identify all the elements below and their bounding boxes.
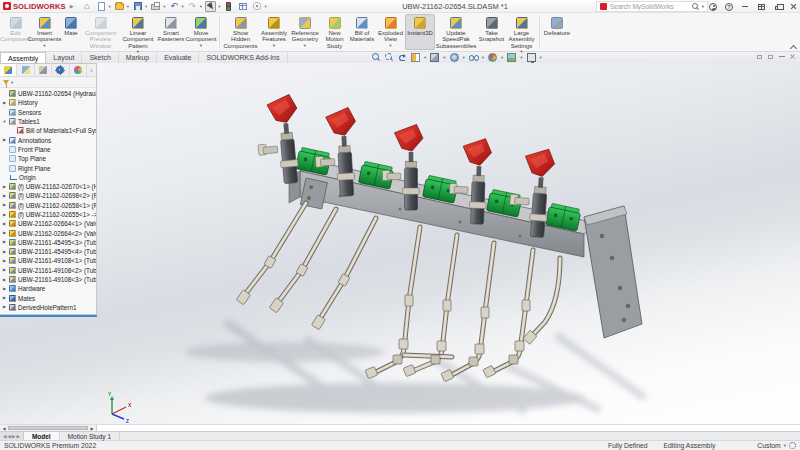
- search-caret-icon[interactable]: ▾: [702, 4, 704, 9]
- scroll-left-icon[interactable]: ◀: [0, 425, 8, 431]
- tree-expand-icon[interactable]: ▶: [2, 222, 7, 226]
- view-settings-icon[interactable]: [527, 53, 536, 62]
- tree-expand-icon[interactable]: ▶: [2, 185, 7, 189]
- scroll-right-icon[interactable]: ▶: [88, 425, 96, 431]
- tree-item-f-ubw-21162-02698-2-pvho-i[interactable]: ▶(f) UBW-21162-02698<2> (PVHO I: [0, 191, 96, 200]
- tab-assembly[interactable]: Assembly: [0, 52, 46, 63]
- open-button[interactable]: [114, 1, 125, 12]
- edit-appearance-icon[interactable]: [488, 53, 497, 62]
- tree-item-ubw-21161-49108-2-tube-clam[interactable]: ▶UBW-21161-49108<2> (Tube Clam: [0, 266, 96, 275]
- tree-item-f-ubw-21162-02658-1-pvho-i[interactable]: ▶(f) UBW-21162-02658<1> (PVHO I: [0, 201, 96, 210]
- search-icon[interactable]: [692, 3, 699, 10]
- close-button[interactable]: [788, 1, 798, 12]
- tree-expand-icon[interactable]: ▶: [2, 278, 7, 282]
- display-style-dropdown-icon[interactable]: ▾: [463, 55, 465, 60]
- print-button[interactable]: [150, 1, 161, 12]
- minimize-button[interactable]: [740, 1, 750, 12]
- tab-next-icon[interactable]: ▶: [12, 434, 15, 439]
- mate-button[interactable]: Mate: [60, 14, 82, 50]
- tree-item-sensors[interactable]: Sensors: [0, 108, 96, 117]
- tree-expand-icon[interactable]: ▶: [2, 240, 7, 244]
- open-dropdown-icon[interactable]: ▾: [127, 4, 129, 9]
- tree-item-mates[interactable]: ▶Mates: [0, 294, 96, 303]
- tree-item-ubw-21162-02664-2-valve-brac[interactable]: ▶UBW-21162-02664<2> (Valve Brac: [0, 228, 96, 237]
- graphics-area[interactable]: Y X Z › ▾ UBW-21162-02654 (Hydraulic Shu…: [0, 63, 800, 424]
- section-view-dropdown-icon[interactable]: ▾: [424, 55, 426, 60]
- search-box[interactable]: Search MySolidWorks ▾: [596, 1, 708, 12]
- tree-item-tables1[interactable]: ▼Tables1: [0, 117, 96, 126]
- tree-item-f-ubw-21162-02670-1-hydrau[interactable]: ▶(f) UBW-21162-02670<1> (Hydrau: [0, 182, 96, 191]
- options-button[interactable]: [251, 1, 262, 12]
- tree-expand-icon[interactable]: ▶: [2, 213, 7, 217]
- doc-maximize-icon[interactable]: [756, 53, 763, 60]
- panel-tab-dimxpertmanager[interactable]: [52, 64, 69, 76]
- section-view-icon[interactable]: [411, 53, 420, 62]
- tree-horizontal-scrollbar[interactable]: ◀ ▶: [0, 425, 97, 431]
- save-button[interactable]: [132, 1, 143, 12]
- search-input[interactable]: Search MySolidWorks: [610, 3, 689, 10]
- doc-restore-icon[interactable]: [767, 53, 774, 60]
- tree-expand-icon[interactable]: ▶: [2, 296, 7, 300]
- tab-prev-icon[interactable]: ◀: [7, 434, 10, 439]
- tree-item-ubw-21161-49108-3-tube-clam[interactable]: ▶UBW-21161-49108<3> (Tube Clam: [0, 275, 96, 284]
- tree-item-ubw-21161-45495-3-tube-clam[interactable]: ▶UBW-21161-45495<3> (Tube Clam: [0, 238, 96, 247]
- redo-button[interactable]: ↷: [187, 1, 198, 12]
- ribbon-collapse-icon[interactable]: [790, 45, 796, 49]
- edit-appearance-dropdown-icon[interactable]: ▾: [501, 55, 503, 60]
- exploded-view-button[interactable]: Exploded View▾: [376, 14, 405, 50]
- tab-evaluate[interactable]: Evaluate: [157, 52, 199, 63]
- linear-component-pattern-button[interactable]: Linear Component Pattern▾: [119, 14, 157, 50]
- apply-scene-dropdown-icon[interactable]: ▾: [520, 55, 522, 60]
- status-options-icon[interactable]: [789, 442, 796, 449]
- tree-item-ubw-21161-45495-4-tube-clam[interactable]: ▶UBW-21161-45495<4> (Tube Clam: [0, 247, 96, 256]
- tab-first-icon[interactable]: ◀: [3, 434, 6, 439]
- exploded-view-dropdown-icon[interactable]: ▾: [389, 44, 391, 49]
- panel-tab-featuremanager[interactable]: [0, 64, 17, 76]
- tree-expand-icon[interactable]: ▶: [2, 203, 7, 207]
- panel-tab-propertymanager[interactable]: [17, 64, 34, 76]
- panel-tabs-more-icon[interactable]: ›: [87, 64, 96, 76]
- panel-tab-configurationmanager[interactable]: [35, 64, 52, 76]
- zoom-fit-icon[interactable]: [372, 53, 381, 62]
- reference-geometry-dropdown-icon[interactable]: ▾: [304, 44, 306, 49]
- undo-button[interactable]: ↶: [169, 1, 180, 12]
- filter-caret-icon[interactable]: ▾: [11, 80, 13, 85]
- units-caret-icon[interactable]: ▾: [784, 443, 786, 448]
- panel-tab-displaymanager[interactable]: [70, 64, 87, 76]
- options-dropdown-icon[interactable]: ▾: [264, 4, 266, 9]
- large-assembly-settings-dropdown-icon[interactable]: ▾: [520, 50, 522, 55]
- new-document-dropdown-icon[interactable]: ▾: [109, 4, 111, 9]
- tree-item-derivedholepattern1[interactable]: ▶DerivedHolePattern1: [0, 303, 96, 312]
- tree-item-hardware[interactable]: ▶Hardware: [0, 284, 96, 293]
- tree-expand-icon[interactable]: ▶: [2, 194, 7, 198]
- tree-item-bill-of-materials1-full-system[interactable]: Bill of Materials1<Full System: [0, 126, 96, 135]
- scrollbar-thumb[interactable]: [8, 426, 88, 430]
- maximize-button[interactable]: [756, 1, 766, 12]
- tree-expand-icon[interactable]: ▶: [2, 250, 7, 254]
- tab-solidworks-add-ins[interactable]: SOLIDWORKS Add-Ins: [199, 52, 287, 63]
- insert-components-button[interactable]: Insert Components▾: [29, 14, 60, 50]
- assembly-features-dropdown-icon[interactable]: ▾: [273, 44, 275, 49]
- tree-item-origin[interactable]: Origin: [0, 173, 96, 182]
- rebuild-button[interactable]: [223, 1, 234, 12]
- display-style-icon[interactable]: [450, 53, 459, 62]
- tree-expand-icon[interactable]: ▶: [2, 305, 7, 309]
- tree-item-ubw-21162-02664-1-valve-brac[interactable]: ▶UBW-21162-02664<1> (Valve Brac: [0, 219, 96, 228]
- assembly-features-button[interactable]: Assembly Features▾: [259, 14, 289, 50]
- apply-scene-icon[interactable]: [507, 53, 516, 62]
- tree-item-front-plane[interactable]: Front Plane: [0, 145, 96, 154]
- view-orientation-dropdown-icon[interactable]: ▾: [443, 55, 445, 60]
- model-tab-motion-study-1[interactable]: Motion Study 1: [60, 432, 120, 440]
- bill-of-materials-button[interactable]: Bill of Materials: [348, 14, 376, 50]
- hide-items-icon[interactable]: [469, 53, 478, 62]
- tree-item-annotations[interactable]: ▶Annotations: [0, 135, 96, 144]
- tab-last-icon[interactable]: ▶: [16, 434, 19, 439]
- tree-expand-icon[interactable]: ▶: [2, 268, 7, 272]
- tree-item-ubw-21162-02654-hydraulic-shut-off[interactable]: UBW-21162-02654 (Hydraulic Shut Off: [0, 89, 96, 98]
- select-button[interactable]: [205, 1, 216, 12]
- tab-sketch[interactable]: Sketch: [82, 52, 118, 63]
- doc-minimize-icon[interactable]: [778, 53, 785, 60]
- insert-components-dropdown-icon[interactable]: ▾: [43, 44, 45, 49]
- save-dropdown-icon[interactable]: ▾: [145, 4, 147, 9]
- redo-dropdown-icon[interactable]: ▾: [200, 4, 202, 9]
